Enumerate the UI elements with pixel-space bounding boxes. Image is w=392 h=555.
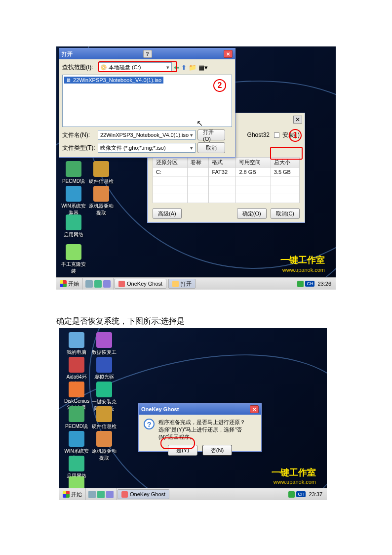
- close-icon[interactable]: ✕: [250, 405, 259, 413]
- ok-button[interactable]: 确定(O): [237, 208, 267, 219]
- view-icon[interactable]: ▦▾: [198, 64, 208, 71]
- start-button[interactable]: 开始: [56, 278, 83, 290]
- desk-label: 启用网络: [64, 232, 83, 237]
- brand-url: www.upanok.com: [274, 479, 316, 485]
- tray-icon[interactable]: [288, 491, 295, 498]
- open-button[interactable]: 打开(O): [197, 129, 225, 140]
- step-2-marker: 2: [213, 79, 226, 92]
- cancel-button[interactable]: 取消: [197, 142, 225, 153]
- app-icon: [121, 491, 128, 498]
- ghost32-label: Ghost32: [247, 131, 270, 138]
- up-icon[interactable]: ⬆: [181, 64, 187, 71]
- ql-icon[interactable]: [94, 280, 102, 288]
- confirm-line1: 程序准备完成，是否马上进行还原？: [158, 419, 256, 426]
- no-button[interactable]: 否(N): [202, 445, 232, 456]
- taskbar: 开始 OneKey Ghost 打开 CH23:26: [56, 277, 336, 290]
- app-icon: [118, 281, 125, 287]
- tray-icon[interactable]: [297, 281, 304, 287]
- help-icon[interactable]: ?: [143, 50, 152, 58]
- th: 可用空间: [236, 158, 271, 168]
- windows-logo-icon: [60, 280, 67, 287]
- windows-logo-icon: [63, 491, 70, 498]
- desk-label: 原机器驱动提取: [89, 203, 114, 215]
- start-button[interactable]: 开始: [59, 488, 86, 500]
- task-onekey[interactable]: OneKey Ghost: [118, 489, 169, 499]
- step-1-marker: 1: [289, 129, 302, 142]
- ql-icon[interactable]: [97, 491, 105, 498]
- confirm-dialog: OneKey Ghost✕ ? 程序准备完成，是否马上进行还原？ 选择"是(Y)…: [138, 403, 262, 452]
- ql-icon[interactable]: [88, 491, 96, 498]
- advanced-button[interactable]: 高级(A): [153, 208, 182, 219]
- filetype-label: 文件类型(T):: [62, 144, 96, 152]
- ql-icon[interactable]: [85, 280, 93, 288]
- close-icon[interactable]: ✕: [224, 50, 233, 58]
- back-icon[interactable]: ⬅: [174, 64, 179, 71]
- ime-indicator[interactable]: CH: [305, 281, 314, 287]
- desk-label: 原机器驱动提取: [92, 448, 117, 461]
- newfolder-icon[interactable]: 📁: [189, 64, 196, 71]
- desk-label: 虚拟光驱: [94, 374, 114, 380]
- screenshot-1: PECMD说明 硬件信息检测 WIN系统安装器 原机器驱动提取 启用网络 手工克…: [56, 46, 336, 290]
- filename-label: 文件名(N):: [62, 131, 96, 139]
- dialog-title: 打开: [62, 50, 73, 58]
- ql-icon[interactable]: [106, 491, 114, 498]
- task-open[interactable]: 打开: [168, 279, 196, 289]
- open-dialog: 打开?✕ 查找范围(I): 📀 本地磁盘 (C:)▾ ⬅ ⬆ 📁 ▦▾ 🗎 22…: [59, 48, 235, 158]
- th: 还原分区: [153, 158, 188, 168]
- lookin-label: 查找范围(I):: [62, 63, 96, 72]
- ql-icon[interactable]: [103, 280, 111, 288]
- lookin-dropdown[interactable]: 📀 本地磁盘 (C:)▾: [98, 62, 172, 72]
- folder-icon: [172, 281, 179, 287]
- brand-title: 一键工作室: [280, 254, 325, 266]
- cursor-icon: ↖: [196, 119, 203, 128]
- filetype-dropdown[interactable]: 映像文件 (*.gho;*.img;*.iso)▾: [98, 143, 196, 153]
- dialog-title: OneKey Ghost: [141, 406, 179, 412]
- ime-indicator[interactable]: CH: [296, 491, 306, 497]
- file-item[interactable]: 🗎 22WinXPSP3_Notebook_V4.0(1).iso: [64, 77, 163, 84]
- partition-table: 还原分区 卷标 格式 可用空间 总大小 C: FAT32 2.8 GB 3.5 …: [153, 157, 300, 203]
- th: 卷标: [188, 158, 209, 168]
- brand-url: www.upanok.com: [282, 267, 325, 273]
- clock: 23:26: [316, 281, 333, 287]
- desk-label: 我的电脑: [67, 349, 86, 355]
- th: 格式: [209, 158, 236, 168]
- close-icon[interactable]: ✕: [293, 116, 302, 124]
- cancel-button[interactable]: 取消(C): [271, 208, 300, 219]
- caption-text: 确定是否恢复系统，下图所示:选择是: [56, 316, 185, 327]
- confirm-line2: 选择"是(Y)"马上进行还原，选择"否(N)"返回程序。: [158, 426, 256, 441]
- task-onekey[interactable]: OneKey Ghost: [115, 279, 166, 289]
- clock: 23:37: [307, 491, 324, 497]
- desk-label: WIN系统安装器: [61, 203, 85, 215]
- table-row[interactable]: C: FAT32 2.8 GB 3.5 GB: [153, 168, 300, 176]
- question-icon: ?: [144, 419, 155, 429]
- yes-button[interactable]: 是(Y): [168, 445, 197, 456]
- th: 总大小: [271, 158, 299, 168]
- filename-input[interactable]: 22WinXPSP3_Notebook_V4.0(1).iso▾: [98, 130, 196, 140]
- desk-label: 手工克隆安装: [61, 261, 86, 274]
- taskbar: 开始 OneKey Ghost CH23:37: [59, 488, 327, 500]
- screenshot-2: 我的电脑 数据恢复工具 Aida64环境检测 虚拟光驱 DiskGenius分区…: [59, 328, 327, 500]
- brand-title: 一键工作室: [272, 467, 316, 478]
